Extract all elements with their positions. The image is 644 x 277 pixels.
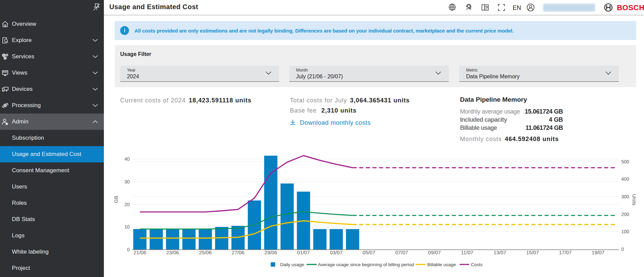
- svg-text:0: 0: [621, 246, 624, 252]
- svg-text:27/06: 27/06: [232, 250, 244, 255]
- svg-text:GB: GB: [113, 196, 119, 203]
- svg-text:15/07: 15/07: [526, 250, 539, 255]
- svg-text:Units: Units: [631, 194, 637, 205]
- svg-text:30: 30: [124, 179, 130, 184]
- svg-text:19/07: 19/07: [592, 250, 605, 255]
- svg-text:07/07: 07/07: [395, 250, 408, 255]
- svg-text:29/06: 29/06: [264, 250, 277, 255]
- svg-text:09/07: 09/07: [428, 250, 441, 255]
- svg-text:17/07: 17/07: [559, 250, 572, 255]
- svg-text:21/06: 21/06: [133, 250, 146, 255]
- svg-text:03/07: 03/07: [330, 250, 343, 255]
- svg-text:25/06: 25/06: [199, 250, 212, 255]
- svg-text:?: ?: [485, 5, 488, 10]
- svg-text:500: 500: [621, 159, 629, 164]
- svg-text:100: 100: [621, 229, 629, 234]
- svg-text:40: 40: [124, 156, 130, 162]
- svg-text:300: 300: [621, 194, 629, 199]
- svg-text:0: 0: [127, 247, 130, 252]
- svg-text:11/07: 11/07: [461, 250, 473, 255]
- svg-text:Costs: Costs: [471, 262, 483, 267]
- svg-text:400: 400: [621, 176, 629, 182]
- svg-text:13/07: 13/07: [494, 250, 507, 255]
- svg-text:Daily usage: Daily usage: [280, 262, 304, 267]
- svg-text:200: 200: [621, 212, 629, 217]
- svg-text:05/07: 05/07: [363, 250, 375, 255]
- svg-text:Average usage since beginning: Average usage since beginning of billing…: [318, 262, 414, 267]
- svg-text:Billable usage: Billable usage: [427, 262, 456, 267]
- svg-text:01/07: 01/07: [297, 250, 310, 255]
- svg-text:23/06: 23/06: [166, 250, 179, 255]
- svg-text:10: 10: [124, 224, 130, 230]
- svg-text:20: 20: [124, 202, 130, 207]
